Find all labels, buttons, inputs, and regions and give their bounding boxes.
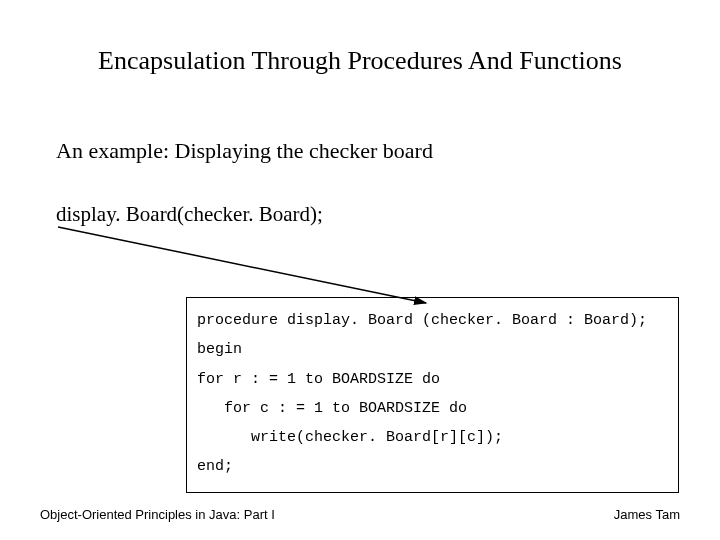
- footer-left: Object-Oriented Principles in Java: Part…: [40, 507, 275, 522]
- example-heading: An example: Displaying the checker board: [56, 138, 433, 164]
- code-line: procedure display. Board (checker. Board…: [197, 306, 668, 335]
- footer-right: James Tam: [614, 507, 680, 522]
- code-line: for r : = 1 to BOARDSIZE do: [197, 365, 668, 394]
- svg-line-0: [58, 227, 426, 303]
- code-line: write(checker. Board[r][c]);: [197, 423, 668, 452]
- code-line: begin: [197, 335, 668, 364]
- procedure-call: display. Board(checker. Board);: [56, 202, 323, 227]
- code-line: end;: [197, 452, 668, 481]
- arrow-connector: [56, 215, 436, 310]
- slide: Encapsulation Through Procedures And Fun…: [0, 0, 720, 540]
- code-box: procedure display. Board (checker. Board…: [186, 297, 679, 493]
- slide-title: Encapsulation Through Procedures And Fun…: [0, 46, 720, 76]
- code-line: for c : = 1 to BOARDSIZE do: [197, 394, 668, 423]
